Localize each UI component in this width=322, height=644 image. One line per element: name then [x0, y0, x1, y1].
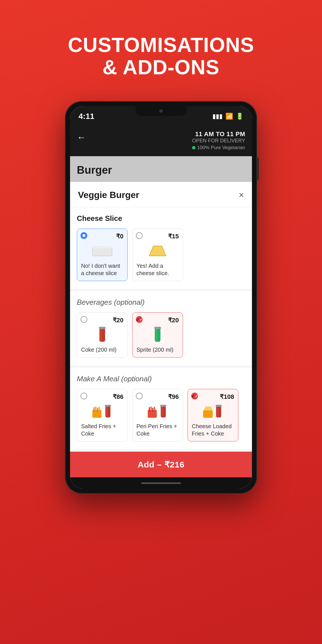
wifi-icon: 📶	[225, 113, 233, 120]
beverages-options: ₹20 Coke (200 ml) ✓ ₹20	[77, 312, 245, 358]
svg-rect-24	[162, 406, 163, 417]
cheese-label-no: No! I don't want a cheese slice	[81, 262, 123, 277]
coke-image	[91, 326, 114, 343]
svg-rect-20	[151, 406, 152, 412]
cheese-options: ₹0 No! I don't want a cheese slice ₹15	[77, 229, 245, 281]
peri-label: Peri Peri Fries + Coke	[136, 423, 179, 437]
phone-mockup: 4:11 ▮▮▮ 📶 🔋 ← 11 AM TO 11 PM OPEN FOR D…	[65, 101, 257, 494]
cheese-fries-image	[202, 403, 224, 420]
cheese-section-title: Cheese Slice	[77, 214, 245, 223]
cheese-fries-price: ₹108	[192, 393, 234, 401]
coke-label: Coke (200 ml)	[81, 346, 123, 353]
svg-rect-12	[95, 406, 96, 412]
meal-option-cheese[interactable]: ✓ ₹108 Cheese Loaded Fries + Coke	[188, 389, 238, 441]
beverages-section: Beverages (optional) ₹20	[70, 291, 252, 365]
customisation-modal: Veggie Burger × Cheese Slice ₹0	[70, 182, 252, 477]
svg-marker-2	[149, 246, 166, 256]
svg-rect-23	[161, 406, 166, 417]
delivery-info: 11 AM TO 11 PM OPEN FOR DELIVERY 100% Pu…	[192, 130, 245, 151]
modal-close-button[interactable]: ×	[239, 190, 244, 200]
cheese-option-yes[interactable]: ₹15 Yes! Add a cheese slice.	[132, 229, 183, 281]
veg-label: 100% Pure Vegetarian	[197, 145, 245, 151]
clock: 4:11	[79, 112, 94, 121]
cheese-image-yes	[146, 242, 169, 259]
salted-label: Salted Fries + Coke	[81, 423, 123, 437]
cheese-section: Cheese Slice ₹0 No! I don't want a chees…	[70, 207, 252, 289]
svg-rect-14	[99, 407, 100, 412]
meal-section-title: Make A Meal (optional)	[77, 375, 245, 383]
salted-price: ₹86	[81, 393, 123, 401]
bottom-bar	[70, 477, 252, 489]
sprite-price: ₹20	[136, 317, 179, 324]
cheese-price-no: ₹0	[81, 233, 123, 240]
svg-rect-28	[216, 406, 221, 417]
home-indicator	[141, 482, 181, 484]
page-title: CUSTOMISATIONS & ADD-ONS	[68, 34, 254, 79]
cheese-option-no[interactable]: ₹0 No! I don't want a cheese slice	[77, 229, 128, 281]
beverages-section-title: Beverages (optional)	[77, 298, 245, 307]
peri-image	[146, 403, 169, 420]
svg-rect-29	[217, 406, 218, 417]
svg-rect-13	[97, 408, 98, 412]
beverage-option-coke[interactable]: ₹20 Coke (200 ml)	[77, 312, 128, 358]
meal-option-salted[interactable]: ₹86	[77, 389, 128, 441]
svg-rect-11	[93, 407, 95, 412]
meal-section: Make A Meal (optional) ₹86	[70, 368, 252, 449]
svg-rect-8	[156, 328, 157, 341]
phone-screen: 4:11 ▮▮▮ 📶 🔋 ← 11 AM TO 11 PM OPEN FOR D…	[70, 106, 252, 489]
svg-rect-21	[152, 408, 153, 412]
veg-dot	[192, 146, 195, 149]
svg-rect-22	[154, 407, 155, 412]
svg-rect-1	[93, 247, 111, 249]
cheese-fries-label: Cheese Loaded Fries + Coke	[192, 423, 234, 437]
svg-rect-19	[149, 407, 150, 412]
burger-section: Burger	[70, 156, 252, 182]
svg-rect-9	[154, 327, 161, 329]
side-button	[257, 158, 259, 180]
delivery-label: OPEN FOR DELIVERY	[192, 138, 245, 144]
camera	[159, 109, 163, 113]
sprite-image	[146, 326, 169, 343]
meal-option-peri[interactable]: ₹96	[132, 389, 183, 441]
burger-title: Burger	[77, 164, 245, 176]
svg-rect-30	[216, 405, 222, 407]
svg-rect-15	[105, 406, 110, 417]
meal-options: ₹86	[77, 389, 245, 441]
svg-rect-25	[160, 405, 166, 407]
status-bar: 4:11 ▮▮▮ 📶 🔋	[70, 106, 252, 127]
svg-rect-17	[105, 405, 111, 407]
svg-rect-16	[106, 406, 108, 417]
svg-rect-5	[100, 328, 102, 341]
back-button[interactable]: ←	[77, 132, 86, 143]
delivery-time: 11 AM TO 11 PM	[192, 130, 245, 138]
battery-icon: 🔋	[236, 113, 243, 120]
sprite-label: Sprite (200 ml)	[136, 346, 179, 353]
cheese-label-yes: Yes! Add a cheese slice.	[136, 262, 179, 277]
notch	[136, 106, 186, 116]
modal-title: Veggie Burger	[78, 190, 139, 200]
veg-badge: 100% Pure Vegetarian	[192, 145, 245, 151]
peri-price: ₹96	[136, 393, 179, 401]
svg-rect-26	[203, 410, 213, 418]
svg-rect-6	[99, 327, 106, 329]
app-header: ← 11 AM TO 11 PM OPEN FOR DELIVERY 100% …	[70, 127, 252, 156]
status-icons: ▮▮▮ 📶 🔋	[212, 113, 243, 120]
svg-marker-27	[204, 406, 213, 410]
modal-header: Veggie Burger ×	[70, 182, 252, 207]
cheese-price-yes: ₹15	[136, 233, 179, 240]
add-button[interactable]: Add – ₹216	[70, 452, 252, 477]
cheese-image-no	[91, 242, 114, 259]
salted-image	[91, 403, 114, 420]
coke-price: ₹20	[81, 317, 123, 324]
signal-icon: ▮▮▮	[212, 113, 223, 120]
beverage-option-sprite[interactable]: ✓ ₹20 Sprite (200 ml)	[132, 312, 183, 358]
